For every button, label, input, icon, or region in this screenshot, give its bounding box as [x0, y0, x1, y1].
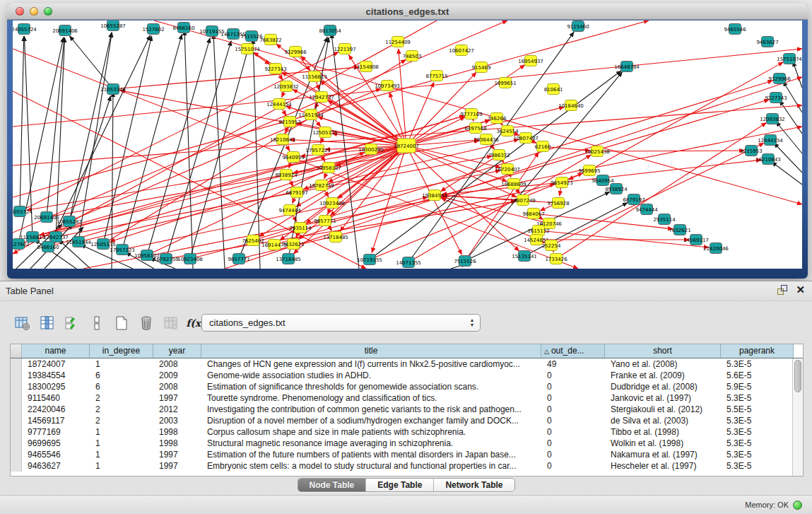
table-row[interactable]: 2242004622012Investigating the contribut… [11, 404, 803, 415]
graph-node[interactable]: 14569117 [683, 235, 709, 245]
table-cell[interactable]: 1 [90, 460, 153, 472]
column-header-pagerank[interactable]: pagerank [721, 344, 794, 358]
graph-node[interactable]: 11156813 [302, 71, 327, 82]
graph-node[interactable]: 11451944 [298, 110, 324, 120]
graph-node[interactable]: 62160 [535, 141, 551, 152]
column-header-name[interactable]: name [22, 344, 90, 358]
table-cell[interactable]: 5.3E-5 [721, 426, 794, 438]
table-scrollbar[interactable] [792, 358, 803, 476]
table-cell[interactable]: 2012 [153, 404, 201, 415]
graph-node[interactable]: 13718485 [276, 254, 301, 264]
table-cell[interactable]: 1997 [153, 460, 201, 472]
table-cell[interactable]: 5.3E-5 [721, 392, 794, 404]
table-cell[interactable]: Tourette syndrome. Phenomenology and cla… [201, 392, 541, 404]
table-row[interactable]: 969969511998Structural magnetic resonanc… [11, 438, 803, 449]
table-cell[interactable]: 0 [541, 460, 605, 472]
graph-node[interactable]: 810641 [544, 84, 563, 95]
table-cell[interactable]: 2008 [153, 381, 201, 392]
table-cell[interactable]: 1 [90, 358, 153, 370]
float-panel-icon[interactable] [777, 285, 787, 295]
graph-node[interactable]: 10923408 [177, 254, 203, 264]
graph-node[interactable]: 14671355 [396, 257, 421, 268]
table-cell[interactable]: Franke et al. (2009) [605, 370, 721, 381]
graph-node[interactable]: 9227343 [765, 93, 787, 103]
column-header-out-de-[interactable]: △out_de... [541, 344, 605, 358]
window-titlebar[interactable]: citations_edges.txt [7, 4, 808, 20]
graph-node[interactable]: 9857771 [314, 216, 336, 226]
table-row[interactable]: 946362711997Embryonic stem cells: a mode… [11, 460, 803, 472]
graph-node[interactable]: 11154808 [353, 62, 379, 72]
graph-node[interactable]: 12444154 [266, 99, 292, 110]
table-select-dropdown[interactable]: citations_edges.txt ▲▼ [201, 314, 481, 332]
table-cell[interactable]: 9465546 [22, 449, 90, 460]
tab-node-table[interactable]: Node Table [298, 479, 366, 491]
tab-network-table[interactable]: Network Table [434, 479, 514, 491]
table-row[interactable]: 911546021997Tourette syndrome. Phenomeno… [11, 392, 803, 404]
table-row[interactable]: 1456911722003Disruption of a novel membe… [11, 415, 803, 426]
table-cell[interactable]: Changes of HCN gene expression and I(f) … [201, 358, 541, 370]
scrollbar-thumb[interactable] [794, 360, 801, 392]
graph-node[interactable]: 15751074 [235, 44, 260, 54]
table-cell[interactable]: 5.5E-5 [721, 404, 794, 415]
table-settings-icon[interactable] [14, 315, 31, 332]
table-cell[interactable]: Corpus callosum shape and size in male p… [201, 426, 541, 438]
table-cell[interactable]: Hescheler et al. (1997) [605, 460, 721, 472]
graph-node[interactable]: 11451944 [66, 237, 91, 247]
graph-node[interactable]: 1733426 [545, 254, 567, 264]
graph-node[interactable]: 16954937 [518, 56, 543, 66]
table-cell[interactable]: 1998 [153, 438, 201, 449]
table-cell[interactable]: 5.3E-5 [721, 358, 794, 370]
table-cell[interactable]: Tibbo et al. (1998) [605, 426, 721, 438]
close-window-icon[interactable] [16, 7, 24, 16]
table-cell[interactable]: 9699695 [22, 438, 90, 449]
close-panel-icon[interactable]: ✕ [796, 285, 805, 295]
graph-node[interactable]: 7663822 [259, 35, 281, 45]
table-cell[interactable]: 2009 [153, 370, 201, 381]
graph-node[interactable]: 2935114 [653, 214, 676, 225]
table-cell[interactable]: Jankovic et al. (1997) [605, 392, 721, 404]
table-cell[interactable]: 5.6E-5 [721, 370, 794, 381]
table-cell[interactable]: 22420046 [22, 404, 90, 415]
graph-node[interactable]: 13718485 [323, 232, 348, 243]
table-cell[interactable]: 6 [90, 381, 153, 392]
graph-node[interactable]: 7986372 [488, 150, 510, 160]
table-cell[interactable]: 14569117 [22, 415, 90, 426]
graph-node[interactable]: 24055724 [13, 24, 37, 35]
graph-node[interactable]: 6497568 [464, 123, 486, 134]
graph-node[interactable]: 16210643 [755, 154, 781, 165]
graph-node[interactable]: 24055724 [13, 206, 33, 217]
table-cell[interactable]: 2 [90, 392, 153, 404]
table-cell[interactable]: 1 [90, 426, 153, 438]
graph-node[interactable]: 16210643 [270, 134, 295, 145]
table-row[interactable]: 1938455462009Genome-wide association stu… [11, 370, 803, 381]
delete-table-icon[interactable] [138, 315, 155, 332]
table-cell[interactable]: 0 [541, 449, 605, 460]
graph-node[interactable]: 20364436 [473, 134, 499, 145]
table-cell[interactable]: 5.3E-5 [721, 460, 794, 472]
graph-node[interactable]: 8775715 [425, 71, 447, 81]
table-row[interactable]: 1830029562008Estimation of significance … [11, 381, 803, 392]
table-cell[interactable]: 5.9E-5 [721, 381, 794, 392]
table-cell[interactable]: 1998 [153, 426, 201, 438]
table-cell[interactable]: Dudbridge et al. (2008) [605, 381, 721, 392]
new-table-icon[interactable] [113, 315, 130, 332]
table-cell[interactable]: Yano et al. (2008) [605, 358, 721, 370]
tab-edge-table[interactable]: Edge Table [366, 479, 434, 491]
table-cell[interactable]: 0 [541, 426, 605, 438]
table-cell[interactable]: 19384554 [22, 370, 90, 381]
graph-node[interactable]: 1527602 [142, 24, 164, 35]
graph-node[interactable]: 10688609 [501, 179, 526, 189]
table-cell[interactable]: 2003 [153, 415, 201, 426]
table-cell[interactable]: 9463627 [22, 460, 90, 472]
graph-node[interactable]: 20691406 [52, 25, 78, 36]
graph-node[interactable]: 8466160 [37, 242, 59, 252]
graph-node[interactable]: 11254409 [385, 37, 411, 47]
table-row[interactable]: 977716911998Corpus callosum shape and si… [11, 426, 803, 438]
table-cell[interactable]: 9115460 [22, 392, 90, 404]
table-row[interactable]: 1872400712008Changes of HCN gene express… [11, 358, 803, 370]
network-canvas[interactable]: 2405572420691406106552871527602846616010… [13, 21, 802, 269]
table-cell[interactable]: Investigating the contribution of common… [201, 404, 541, 415]
column-header-short[interactable]: short [605, 344, 721, 358]
table-cell[interactable]: 9777169 [22, 426, 90, 438]
graph-node[interactable]: 7632621 [669, 225, 690, 235]
